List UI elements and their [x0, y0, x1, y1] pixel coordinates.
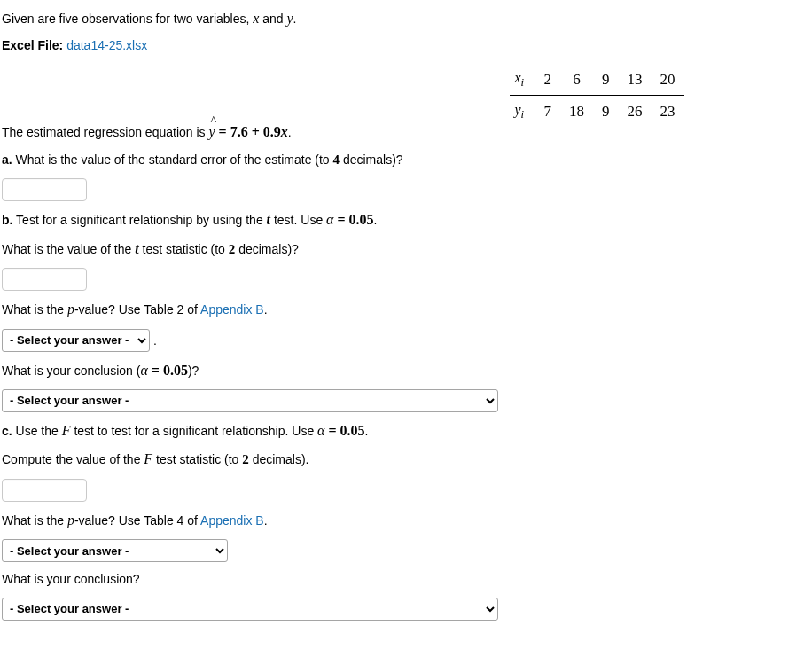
- regression-end: .: [288, 125, 292, 139]
- b-q3-prompt: What is your conclusion (α = 0.05)?: [2, 361, 810, 380]
- excel-line: Excel File: data14-25.xlsx: [2, 37, 810, 55]
- y-val-2: 9: [593, 96, 619, 128]
- x-sub: i: [521, 76, 525, 89]
- bq2-p: p: [67, 301, 74, 317]
- x-val-4: 20: [652, 64, 684, 96]
- c-alpha-val: = 0.05: [324, 423, 364, 438]
- b-period: .: [374, 213, 378, 227]
- period-after-select: .: [150, 332, 157, 347]
- table-row: yi 7 18 9 26 23: [510, 96, 684, 128]
- x-label: x: [514, 70, 520, 85]
- y-row-header: yi: [510, 96, 535, 128]
- f-stat-input[interactable]: [2, 479, 87, 502]
- data-table-wrap: xi 2 6 9 13 20 yi 7 18 9 26 23: [510, 64, 684, 127]
- x-val-1: 6: [560, 64, 593, 96]
- bq3-c: )?: [188, 364, 199, 378]
- c-text-1: Use the: [12, 424, 62, 438]
- y-sub: i: [521, 109, 525, 121]
- cq1-two: 2: [242, 452, 249, 466]
- y-hat: y: [208, 122, 215, 142]
- var-y: y: [287, 11, 293, 26]
- intro-line: Given are five observations for two vari…: [2, 9, 810, 28]
- b-text-1: Test for a significant relationship by u…: [12, 213, 266, 227]
- std-error-input[interactable]: [2, 178, 87, 201]
- cq1-a: Compute the value of the: [2, 452, 144, 466]
- bq1-a: What is the value of the: [2, 242, 135, 256]
- y-val-1: 18: [560, 96, 593, 128]
- cq2-p: p: [67, 512, 74, 528]
- data-table: xi 2 6 9 13 20 yi 7 18 9 26 23: [510, 64, 684, 127]
- c-q3-prompt: What is your conclusion?: [2, 571, 810, 589]
- regression-pre: The estimated regression equation is: [2, 125, 208, 139]
- y-label: y: [514, 102, 520, 117]
- y-val-3: 26: [619, 96, 652, 128]
- bq3-a: What is your conclusion (: [2, 364, 140, 378]
- c-F: F: [62, 423, 71, 438]
- regression-x: x: [281, 124, 288, 139]
- regression-eq: = 7.6 + 0.9: [215, 124, 281, 139]
- cq1-b: test statistic (to: [152, 452, 242, 466]
- b-alpha-val: = 0.05: [333, 212, 373, 227]
- a-label: a.: [2, 153, 12, 167]
- x-row-header: xi: [510, 64, 535, 96]
- part-a-prompt: a. What is the value of the standard err…: [2, 151, 810, 169]
- cq2-a: What is the: [2, 513, 67, 528]
- pvalue-select-c[interactable]: - Select your answer -: [2, 539, 228, 562]
- a-text-2: decimals)?: [340, 153, 403, 167]
- bq2-b: -value? Use Table 2 of: [74, 302, 200, 317]
- part-b-prompt: b. Test for a significant relationship b…: [2, 210, 810, 230]
- x-val-2: 9: [593, 64, 619, 96]
- c-q1-prompt: Compute the value of the F test statisti…: [2, 450, 810, 469]
- a-four: 4: [333, 153, 340, 167]
- table-row: xi 2 6 9 13 20: [510, 64, 684, 96]
- b-text-2: test. Use: [270, 213, 326, 227]
- c-text-2: test to test for a significant relations…: [71, 424, 318, 438]
- conclusion-select-c[interactable]: - Select your answer -: [2, 598, 498, 621]
- c-q2-prompt: What is the p-value? Use Table 4 of Appe…: [2, 511, 810, 530]
- intro-text-3: .: [293, 12, 297, 26]
- bq3-alpha: α: [140, 363, 147, 378]
- bq2-c: .: [264, 302, 268, 317]
- appendix-b-link-1[interactable]: Appendix B: [200, 302, 264, 317]
- pvalue-select-b[interactable]: - Select your answer -: [2, 329, 150, 352]
- b-label: b.: [2, 213, 12, 227]
- t-stat-input[interactable]: [2, 268, 87, 291]
- cq2-b: -value? Use Table 4 of: [74, 513, 200, 528]
- x-val-0: 2: [535, 64, 560, 96]
- cq1-c: decimals).: [249, 452, 309, 466]
- x-val-3: 13: [619, 64, 652, 96]
- conclusion-select-b[interactable]: - Select your answer -: [2, 389, 498, 412]
- cq1-F: F: [144, 451, 152, 466]
- part-c-prompt: c. Use the F test to test for a signific…: [2, 421, 810, 441]
- bq3-b: = 0.05: [148, 363, 188, 378]
- cq2-c: .: [264, 513, 268, 528]
- y-val-0: 7: [535, 96, 560, 128]
- bq2-a: What is the: [2, 302, 67, 317]
- intro-text-1: Given are five observations for two vari…: [2, 12, 253, 26]
- intro-text-2: and: [259, 12, 286, 26]
- bq1-c: decimals)?: [235, 242, 299, 256]
- a-text-1: What is the value of the standard error …: [12, 153, 333, 167]
- appendix-b-link-2[interactable]: Appendix B: [200, 513, 264, 528]
- bq1-b: test statistic (to: [139, 242, 229, 256]
- regression-line: The estimated regression equation is y =…: [2, 122, 810, 142]
- y-val-4: 23: [652, 96, 684, 128]
- excel-file-link[interactable]: data14-25.xlsx: [66, 38, 147, 52]
- b-q1-prompt: What is the value of the t test statisti…: [2, 239, 810, 259]
- c-period: .: [365, 424, 369, 438]
- excel-label: Excel File:: [2, 38, 66, 52]
- b-q2-prompt: What is the p-value? Use Table 2 of Appe…: [2, 300, 810, 319]
- c-label: c.: [2, 424, 12, 438]
